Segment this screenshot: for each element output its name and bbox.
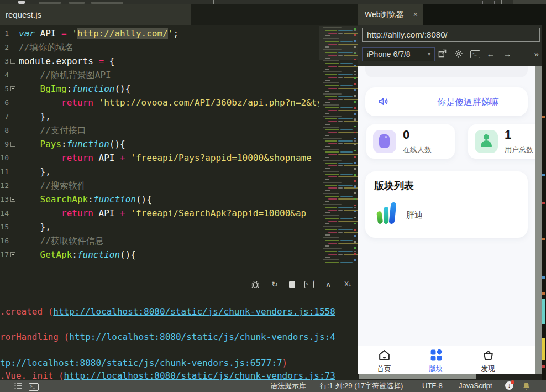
line-number: 11: [0, 165, 9, 179]
phone-tab-label: 首页: [358, 364, 410, 374]
console-line: .Vue._init (http://localhost:8080/static…: [0, 370, 358, 380]
line-number: 12: [0, 179, 9, 192]
code-line-6[interactable]: return 'http://ovooa.com/API/360bz/api.p…: [19, 96, 319, 109]
more-icon[interactable]: »: [531, 49, 543, 59]
url-input[interactable]: http://ahlly.com/:8080/: [362, 28, 540, 42]
status-language[interactable]: JavaScript: [459, 380, 492, 392]
stat-label: 用户总数: [505, 145, 533, 155]
browser-tabbar: Web浏览器 ×: [358, 4, 546, 25]
code-line-15[interactable]: },: [19, 220, 319, 234]
phone-tabbar: 首页版块发现我: [358, 346, 535, 374]
forward-icon[interactable]: →: [501, 49, 513, 59]
console-link[interactable]: http://localhost:8080/static/js/chunk-ve…: [53, 306, 335, 317]
code-line-4[interactable]: //随机背景图API: [19, 68, 319, 82]
gutter-line: 5: [0, 82, 18, 96]
notice-text: 你是傻逼胖娣嘛: [437, 97, 499, 108]
gutter-line: 9: [0, 137, 18, 151]
phone-tab-label: 我: [514, 364, 535, 374]
gutter-line: 6: [0, 96, 18, 109]
code-line-2[interactable]: //填你的域名: [19, 40, 319, 54]
terminal-icon[interactable]: >_: [469, 49, 481, 59]
board-item-name[interactable]: 胖迪: [406, 210, 423, 221]
line-number: 4: [0, 68, 9, 82]
top-tab-fragment: [69, 2, 85, 4]
background-minimap-strip: [542, 25, 546, 380]
phone-tab-discover[interactable]: 发现: [462, 346, 514, 374]
back-icon[interactable]: ←: [485, 49, 497, 59]
gutter: 1234567891011121314151617: [0, 27, 18, 262]
console-link[interactable]: http://localhost:8080/static/js/chunk-ve…: [69, 332, 335, 342]
line-number: 2: [0, 40, 9, 54]
gutter-line: 1: [0, 27, 18, 40]
board-logo[interactable]: [374, 200, 400, 226]
stat-card-online[interactable]: 0 在线人数: [366, 124, 455, 159]
list-icon[interactable]: [14, 383, 22, 389]
code-line-12[interactable]: //搜索软件: [19, 179, 319, 192]
gutter-line: 16: [0, 234, 18, 248]
terminal-icon[interactable]: >_: [29, 382, 39, 391]
code-line-14[interactable]: return API + 'freeapi/SearchApk?appid=10…: [19, 206, 319, 220]
line-number: 17: [0, 248, 9, 262]
status-bar: >_ 语法提示库 行:1 列:29 (17字符被选择) UTF-8 JavaSc…: [0, 380, 546, 392]
scrolled-card-remnant: [365, 66, 528, 77]
code-lines[interactable]: var API = 'http://ahlly.com/';//填你的域名mod…: [19, 27, 319, 262]
line-number: 10: [0, 151, 9, 165]
fold-marker-icon[interactable]: [11, 86, 15, 91]
console-link[interactable]: tp://localhost:8080/static/js/chunk-vend…: [0, 358, 282, 368]
editor-tabbar: request.js: [0, 4, 358, 25]
close-icon[interactable]: ×: [413, 4, 418, 25]
line-number: 5: [0, 82, 9, 96]
fold-scope-line: [13, 91, 13, 270]
code-line-1[interactable]: var API = 'http://ahlly.com/';: [19, 27, 319, 40]
phone-tab-blocks[interactable]: 版块: [410, 346, 462, 374]
device-select[interactable]: iPhone 6/7/8 ▾: [362, 47, 435, 61]
code-line-10[interactable]: return API + 'freeapi/Pays?appid=10000&s…: [19, 151, 319, 165]
chevron-down-icon: ▾: [428, 48, 431, 61]
open-external-icon[interactable]: [436, 49, 448, 59]
line-number: 6: [0, 96, 9, 109]
line-number: 13: [0, 192, 9, 206]
code-line-3[interactable]: module.exports = {: [19, 54, 319, 68]
line-number: 3: [0, 54, 9, 68]
code-line-5[interactable]: BgImg:function(){: [19, 82, 319, 96]
phone-tab-me[interactable]: 我: [514, 346, 535, 374]
tab-request-js[interactable]: request.js: [0, 4, 191, 25]
code-line-8[interactable]: //支付接口: [19, 123, 319, 137]
bell-icon[interactable]: [523, 382, 530, 390]
stat-card-users[interactable]: 1 用户总数: [468, 124, 535, 159]
phone-tab-home[interactable]: 首页: [358, 346, 410, 374]
minimap[interactable]: [319, 25, 358, 270]
status-encoding[interactable]: UTF-8: [422, 380, 443, 392]
line-number: 1: [0, 27, 9, 40]
code-line-16[interactable]: //获取软件信息: [19, 234, 319, 248]
code-line-9[interactable]: Pays:function(){: [19, 137, 319, 151]
gutter-line: 15: [0, 220, 18, 234]
code-line-11[interactable]: },: [19, 165, 319, 179]
stat-label: 在线人数: [403, 145, 432, 155]
top-toolbar: [0, 0, 546, 4]
fold-marker-icon[interactable]: [11, 59, 15, 64]
console-line: rorHandling (http://localhost:8080/stati…: [0, 332, 358, 343]
update-download-icon[interactable]: ↓: [505, 381, 513, 390]
code-line-17[interactable]: GetApk:function(){: [19, 248, 319, 262]
board-list-card: 版块列表 胖迪: [365, 171, 528, 238]
tab-web-browser[interactable]: Web浏览器 ×: [358, 4, 423, 25]
console-output: .created (http://localhost:8080/static/j…: [0, 270, 358, 380]
console-line: tp://localhost:8080/static/js/chunk-vend…: [0, 358, 358, 369]
notice-banner[interactable]: 你是傻逼胖娣嘛: [365, 87, 528, 116]
console-link[interactable]: http://localhost:8080/static/js/chunk-ve…: [64, 370, 335, 380]
status-syntax-lib[interactable]: 语法提示库: [270, 380, 306, 392]
gutter-line: 8: [0, 123, 18, 137]
code-editor[interactable]: 1234567891011121314151617 var API = 'htt…: [0, 25, 358, 270]
line-number: 14: [0, 206, 9, 220]
open-button[interactable]: [513, 0, 546, 4]
gutter-line: 2: [0, 40, 18, 54]
code-line-13[interactable]: SearchApk:function(){: [19, 192, 319, 206]
vertical-scrollbar[interactable]: [535, 66, 542, 374]
code-line-7[interactable]: },: [19, 109, 319, 123]
gear-icon[interactable]: [453, 49, 465, 59]
horizontal-scrollbar-thumb[interactable]: [359, 374, 476, 379]
phone-preview: 你是傻逼胖娣嘛 0 在线人数 1 用户总数 版块列表 胖迪: [358, 66, 535, 374]
line-number: 9: [0, 137, 9, 151]
top-tab-fragment: [91, 2, 123, 4]
